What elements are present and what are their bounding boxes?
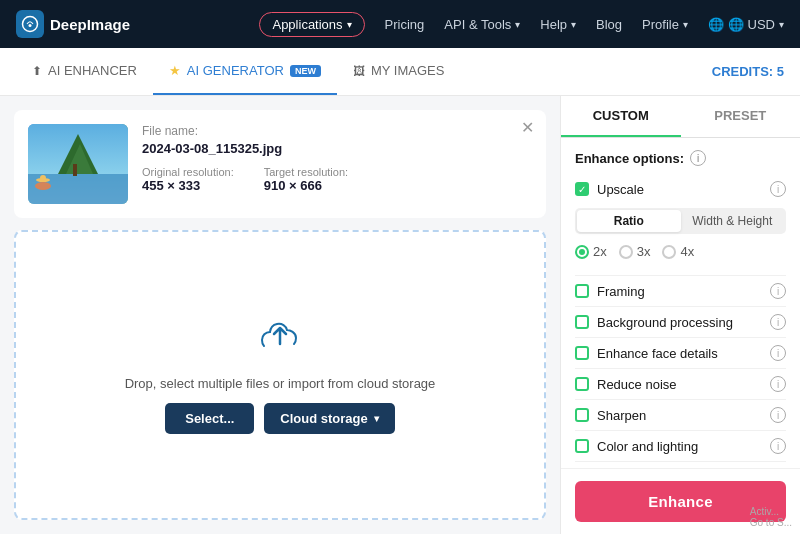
background-processing-option: Background processing i xyxy=(575,306,786,337)
cloud-storage-button[interactable]: Cloud storage ▾ xyxy=(264,403,394,434)
original-resolution: Original resolution: 455 × 333 xyxy=(142,166,234,193)
nav-currency[interactable]: 🌐 🌐 USD ▾ xyxy=(708,17,784,32)
enhance-options-title: Enhance options: i xyxy=(575,150,786,166)
navbar: DeepImage Applications ▾ Pricing API & T… xyxy=(0,0,800,48)
scale-3x-label: 3x xyxy=(637,244,651,259)
tab-preset[interactable]: PRESET xyxy=(681,96,801,137)
ratio-button[interactable]: Ratio xyxy=(577,210,681,232)
tab-custom[interactable]: CUSTOM xyxy=(561,96,681,137)
tab-my-images[interactable]: 🖼 MY IMAGES xyxy=(337,48,460,95)
file-card: File name: 2024-03-08_115325.jpg Origina… xyxy=(14,110,546,218)
face-info-icon[interactable]: i xyxy=(770,345,786,361)
images-icon: 🖼 xyxy=(353,64,365,78)
background-label: Background processing xyxy=(597,315,733,330)
applications-chevron-icon: ▾ xyxy=(347,19,352,30)
face-checkbox[interactable] xyxy=(575,346,589,360)
face-label: Enhance face details xyxy=(597,346,718,361)
target-value: 910 × 666 xyxy=(264,178,348,193)
color-lighting-option: Color and lighting i xyxy=(575,430,786,461)
sharpen-label-row: Sharpen xyxy=(575,408,646,423)
upscale-label: Upscale xyxy=(597,182,644,197)
sharpen-checkbox[interactable] xyxy=(575,408,589,422)
scale-row: 2x 3x 4x xyxy=(575,240,786,267)
svg-point-9 xyxy=(40,175,46,181)
svg-rect-6 xyxy=(73,164,77,176)
nav-applications[interactable]: Applications ▾ xyxy=(259,12,364,37)
upscale-checkbox[interactable]: ✓ xyxy=(575,182,589,196)
upscale-info-icon[interactable]: i xyxy=(770,181,786,197)
enhance-section: Enhance options: i ✓ Upscale i Ratio Wid… xyxy=(561,138,800,468)
upload-area[interactable]: Drop, select multiple files or import fr… xyxy=(14,230,546,520)
enhance-options-info-icon[interactable]: i xyxy=(690,150,706,166)
activate-watermark: Activ... Go to S... xyxy=(750,506,792,528)
target-resolution: Target resolution: 910 × 666 xyxy=(264,166,348,193)
color-info-icon[interactable]: i xyxy=(770,438,786,454)
scale-2x-option[interactable]: 2x xyxy=(575,244,607,259)
generator-star-icon: ★ xyxy=(169,63,181,78)
upscale-group: ✓ Upscale i Ratio Width & Height xyxy=(575,176,786,267)
svg-point-7 xyxy=(35,182,51,190)
cloud-storage-label: Cloud storage xyxy=(280,411,367,426)
enhancer-icon: ⬆ xyxy=(32,64,42,78)
logo-text: DeepImage xyxy=(50,16,130,33)
framing-label: Framing xyxy=(597,284,645,299)
scale-4x-option[interactable]: 4x xyxy=(662,244,694,259)
width-height-button[interactable]: Width & Height xyxy=(681,210,785,232)
scale-3x-option[interactable]: 3x xyxy=(619,244,651,259)
color-label: Color and lighting xyxy=(597,439,698,454)
logo[interactable]: DeepImage xyxy=(16,10,130,38)
advanced-option: Advanced i xyxy=(575,461,786,468)
tab-ai-enhancer[interactable]: ⬆ AI ENHANCER xyxy=(16,48,153,95)
sharpen-label: Sharpen xyxy=(597,408,646,423)
background-checkbox[interactable] xyxy=(575,315,589,329)
reduce-noise-option: Reduce noise i xyxy=(575,368,786,399)
scale-4x-radio[interactable] xyxy=(662,245,676,259)
file-thumbnail xyxy=(28,124,128,204)
scale-4x-label: 4x xyxy=(680,244,694,259)
nav-api-tools[interactable]: API & Tools ▾ xyxy=(444,17,520,32)
sharpen-info-icon[interactable]: i xyxy=(770,407,786,423)
tabs-bar: ⬆ AI ENHANCER ★ AI GENERATOR NEW 🖼 MY IM… xyxy=(0,48,800,96)
background-info-icon[interactable]: i xyxy=(770,314,786,330)
ratio-toggle: Ratio Width & Height xyxy=(575,208,786,234)
select-button[interactable]: Select... xyxy=(165,403,254,434)
color-checkbox[interactable] xyxy=(575,439,589,453)
main-content: File name: 2024-03-08_115325.jpg Origina… xyxy=(0,96,800,534)
face-label-row: Enhance face details xyxy=(575,346,718,361)
noise-info-icon[interactable]: i xyxy=(770,376,786,392)
framing-option: Framing i xyxy=(575,275,786,306)
nav-help[interactable]: Help ▾ xyxy=(540,17,576,32)
scale-2x-label: 2x xyxy=(593,244,607,259)
target-label: Target resolution: xyxy=(264,166,348,178)
help-chevron-icon: ▾ xyxy=(571,19,576,30)
sharpen-option: Sharpen i xyxy=(575,399,786,430)
cloud-chevron-icon: ▾ xyxy=(374,413,379,424)
api-chevron-icon: ▾ xyxy=(515,19,520,30)
framing-info-icon[interactable]: i xyxy=(770,283,786,299)
tab-ai-generator[interactable]: ★ AI GENERATOR NEW xyxy=(153,48,337,95)
upscale-label-row: ✓ Upscale xyxy=(575,182,644,197)
flag-icon: 🌐 xyxy=(708,17,724,32)
panel-tabs: CUSTOM PRESET xyxy=(561,96,800,138)
currency-chevron-icon: ▾ xyxy=(779,19,784,30)
framing-checkbox[interactable] xyxy=(575,284,589,298)
close-button[interactable]: ✕ xyxy=(521,120,534,136)
nav-profile[interactable]: Profile ▾ xyxy=(642,17,688,32)
file-info: File name: 2024-03-08_115325.jpg Origina… xyxy=(142,124,532,204)
upscale-row: ✓ Upscale i xyxy=(575,176,786,202)
file-name-label: File name: xyxy=(142,124,532,138)
scale-3x-radio[interactable] xyxy=(619,245,633,259)
file-name-value: 2024-03-08_115325.jpg xyxy=(142,141,532,156)
scale-2x-radio[interactable] xyxy=(575,245,589,259)
resolution-row: Original resolution: 455 × 333 Target re… xyxy=(142,166,532,193)
upload-icon xyxy=(258,316,302,364)
nav-blog[interactable]: Blog xyxy=(596,17,622,32)
profile-chevron-icon: ▾ xyxy=(683,19,688,30)
framing-label-row: Framing xyxy=(575,284,645,299)
noise-checkbox[interactable] xyxy=(575,377,589,391)
face-details-option: Enhance face details i xyxy=(575,337,786,368)
upload-buttons: Select... Cloud storage ▾ xyxy=(165,403,395,434)
nav-pricing[interactable]: Pricing xyxy=(385,17,425,32)
noise-label: Reduce noise xyxy=(597,377,677,392)
original-label: Original resolution: xyxy=(142,166,234,178)
